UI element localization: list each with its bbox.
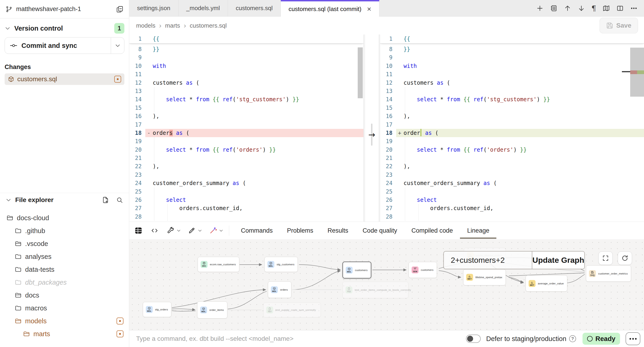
duplicate-file-button[interactable] [116, 5, 124, 13]
breadcrumb-item[interactable]: models [136, 22, 156, 29]
update-graph-button[interactable]: Update Graph [532, 252, 584, 269]
more-options-button[interactable] [630, 4, 638, 12]
commit-options-button[interactable] [111, 37, 124, 54]
diff-pane-original[interactable]: 1{{ 8}}910with1112customers as (1314 sel… [129, 34, 364, 222]
panel-tab-results[interactable]: Results [320, 222, 356, 239]
add-tab-button[interactable] [536, 4, 544, 12]
code-line[interactable]: 14 select * from {{ ref('stg_customers')… [129, 95, 364, 103]
search-files-button[interactable] [116, 197, 123, 203]
code-line[interactable]: 18+order as ( [380, 129, 644, 137]
minimap-button[interactable] [602, 4, 610, 12]
code-line[interactable]: 11 [380, 70, 644, 78]
file-explorer-header[interactable]: File explorer [0, 193, 129, 207]
tab-customers-sql-last-commit-[interactable]: customers.sql (last commit)× [281, 0, 379, 16]
build-button[interactable] [166, 225, 176, 236]
diff-pane-modified[interactable]: 1{{ 8}}910with1112customers as (1314 sel… [380, 34, 644, 222]
outline-button[interactable] [550, 4, 558, 12]
code-line[interactable]: 28 [129, 213, 364, 221]
code-line[interactable]: 1{{ [129, 34, 364, 43]
lineage-canvas[interactable]: SRCecom.raw_customersMDLstg_customersMDL… [129, 239, 644, 330]
file-explorer-item-models[interactable]: models [0, 315, 129, 328]
code-line[interactable]: 25 [129, 188, 364, 196]
file-explorer-item-docs[interactable]: docs [0, 289, 129, 302]
file-explorer-item-analyses[interactable]: analyses [0, 250, 129, 263]
file-explorer-item-marts[interactable]: marts [0, 328, 129, 340]
tab--models-yml[interactable]: _models.yml [178, 0, 228, 16]
code-line[interactable]: 11 [129, 70, 364, 78]
scroll-minimap[interactable] [630, 48, 644, 97]
lineage-node-average-order-value[interactable]: METaverage_order_value [526, 275, 567, 292]
lineage-node-order-items[interactable]: MDLorder_items [197, 302, 227, 319]
split-editor-button[interactable] [616, 4, 624, 12]
file-explorer-item-data-tests[interactable]: data-tests [0, 263, 129, 276]
changed-file-customers.sql[interactable]: customers.sql [4, 73, 124, 85]
code-line[interactable]: 12customers as ( [380, 79, 644, 87]
code-line[interactable]: 13 [129, 87, 364, 95]
code-line[interactable]: 9 [380, 53, 644, 62]
code-line[interactable]: 21 [129, 154, 364, 162]
code-line[interactable]: 17 [129, 121, 364, 129]
close-tab-icon[interactable]: × [367, 5, 371, 13]
lineage-node-customers-model[interactable]: MDLcustomers [342, 262, 371, 279]
code-line[interactable]: 27 orders.customer_id, [129, 204, 364, 212]
code-line[interactable]: 8}} [129, 45, 364, 53]
command-input[interactable] [136, 335, 466, 343]
code-line[interactable]: 20 select * from {{ ref('orders') }} [380, 146, 644, 154]
compiled-code-button[interactable] [149, 225, 160, 236]
code-line[interactable]: 12customers as ( [129, 79, 364, 87]
code-line[interactable]: 17 [380, 121, 644, 129]
code-line[interactable]: 26 select [380, 196, 644, 204]
code-line[interactable]: 1{{ [380, 34, 644, 43]
tab-customers-sql[interactable]: customers.sql [228, 0, 280, 16]
lineage-node-stg-customers[interactable]: MDLstg_customers [264, 257, 298, 272]
left-pane-scrollbar[interactable] [358, 47, 363, 98]
code-line[interactable]: 16), [129, 112, 364, 120]
code-line[interactable]: 22), [129, 162, 364, 171]
panel-tab-compiled-code[interactable]: Compiled code [404, 222, 460, 239]
code-line[interactable]: 18-orders as ( [129, 129, 364, 137]
results-grid-button[interactable] [133, 225, 144, 236]
code-line[interactable]: 23 [380, 171, 644, 179]
panel-tab-commands[interactable]: Commands [234, 222, 280, 239]
help-icon[interactable]: ? [569, 335, 576, 342]
fullscreen-button[interactable] [598, 252, 613, 265]
panel-tab-lineage[interactable]: Lineage [460, 222, 496, 239]
code-line[interactable]: 10with [129, 62, 364, 70]
lineage-node-test-supply-costs[interactable]: TSTtest_supply_costs_sum_correctly [263, 303, 321, 317]
commit-and-sync-button[interactable]: Commit and sync [5, 37, 111, 54]
save-button[interactable]: Save [600, 18, 638, 33]
lineage-node-customers-semantic[interactable]: SEMcustomers [408, 262, 437, 278]
code-line[interactable]: 22), [380, 162, 644, 171]
lineage-node-test-order-items[interactable]: TSTtest_order_items_compute_to_bools_cor… [342, 282, 408, 298]
file-explorer-item-docs-cloud[interactable]: docs-cloud [0, 211, 129, 224]
code-line[interactable]: 23 [129, 171, 364, 179]
panel-tab-problems[interactable]: Problems [280, 222, 320, 239]
code-line[interactable]: 16), [380, 112, 644, 120]
code-line[interactable]: 24customer_orders_summary as ( [129, 179, 364, 187]
code-line[interactable]: 15 [129, 104, 364, 112]
move-up-button[interactable] [564, 4, 571, 12]
format-button[interactable] [186, 225, 197, 236]
lineage-node-customer-order-metrics[interactable]: SVQcustomer_order_metrics [586, 265, 631, 282]
panel-tab-code-quality[interactable]: Code quality [356, 222, 404, 239]
lineage-node-lifetime-spend-pretax[interactable]: METlifetime_spend_pretax [463, 269, 506, 285]
code-line[interactable]: 9 [129, 53, 364, 62]
breadcrumb-item[interactable]: customers.sql [190, 22, 227, 29]
code-line[interactable]: 21 [380, 154, 644, 162]
code-line[interactable]: 8}} [380, 45, 644, 53]
code-line[interactable]: 20 select * from {{ ref('orders') }} [129, 146, 364, 154]
file-explorer-item-dbt-packages[interactable]: dbt_packages [0, 276, 129, 289]
code-line[interactable]: 15 [380, 104, 644, 112]
new-file-button[interactable] [102, 196, 109, 204]
formatting-marks-button[interactable]: ¶ [592, 4, 596, 12]
lineage-selector-input[interactable]: 2+customers+2 [444, 252, 532, 269]
code-line[interactable]: 13 [380, 87, 644, 95]
code-line[interactable]: 25 [380, 188, 644, 196]
code-line[interactable]: 24customer_orders_summary as ( [380, 179, 644, 187]
lineage-node-orders[interactable]: MDLorders [268, 281, 291, 298]
lineage-node-ecom-raw-customers[interactable]: SRCecom.raw_customers [198, 257, 239, 272]
file-explorer-item--vscode[interactable]: .vscode [0, 237, 129, 250]
code-line[interactable]: 19 [129, 137, 364, 145]
code-line[interactable]: 19 [380, 137, 644, 145]
defer-toggle[interactable] [466, 335, 481, 343]
